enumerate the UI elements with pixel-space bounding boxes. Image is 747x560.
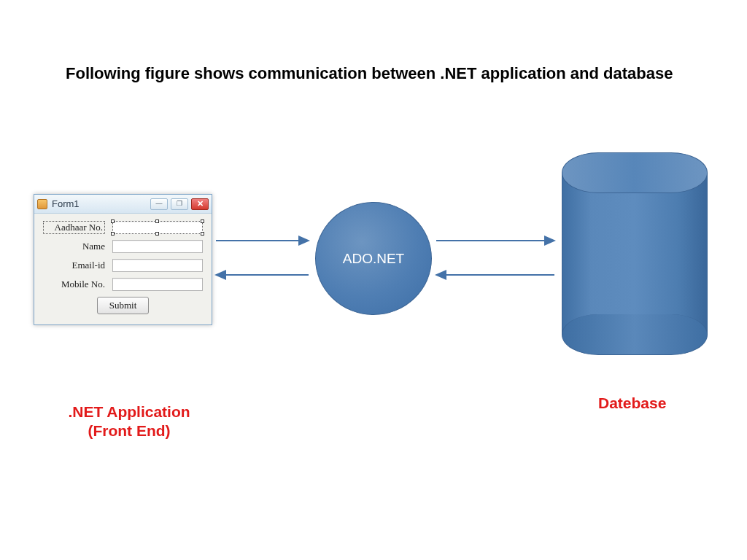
- maximize-button[interactable]: ❐: [171, 198, 188, 210]
- diagram-heading: Following figure shows communication bet…: [66, 64, 673, 83]
- arrow-adonet-to-db: [436, 240, 554, 241]
- adonet-label: ADO.NET: [343, 251, 404, 267]
- arrow-adonet-to-form: [216, 274, 309, 276]
- mobile-input[interactable]: [112, 278, 203, 291]
- net-application-form-window: Form1 — ❐ ✕ Aadhaar No. Name Email-id Mo…: [34, 194, 212, 325]
- email-row: Email-id: [43, 259, 203, 272]
- aadhaar-input[interactable]: [112, 221, 203, 234]
- mobile-label: Mobile No.: [43, 279, 105, 290]
- minimize-button[interactable]: —: [150, 198, 168, 210]
- form-titlebar: Form1 — ❐ ✕: [34, 195, 212, 214]
- email-label: Email-id: [43, 260, 105, 271]
- form-title: Form1: [50, 198, 147, 209]
- arrow-form-to-adonet: [216, 240, 309, 241]
- name-input[interactable]: [112, 240, 203, 253]
- aadhaar-label: Aadhaar No.: [43, 221, 105, 234]
- arrow-db-to-adonet: [436, 274, 554, 276]
- database-node: [562, 152, 708, 355]
- aadhaar-row: Aadhaar No.: [43, 221, 203, 234]
- name-row: Name: [43, 240, 203, 253]
- mobile-row: Mobile No.: [43, 278, 203, 291]
- email-input[interactable]: [112, 259, 203, 272]
- submit-button[interactable]: Submit: [97, 297, 150, 314]
- caption-net-application: .NET Application (Front End): [53, 402, 206, 441]
- adonet-node: ADO.NET: [315, 202, 432, 315]
- caption-database: Datebase: [598, 394, 666, 413]
- form-app-icon: [37, 199, 47, 209]
- form-body: Aadhaar No. Name Email-id Mobile No. Sub…: [34, 214, 212, 324]
- name-label: Name: [43, 241, 105, 252]
- close-button[interactable]: ✕: [191, 198, 209, 210]
